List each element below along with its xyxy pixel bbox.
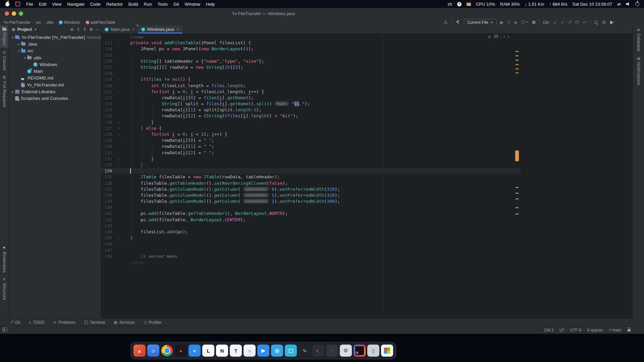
minimize-window-button[interactable] bbox=[12, 11, 16, 16]
menu-item-tools[interactable]: Tools bbox=[158, 2, 168, 7]
tool-window-button-git[interactable]: ʮGit bbox=[11, 320, 20, 325]
breadcrumb-item-addfilestable[interactable]: maddFilesTable bbox=[86, 20, 115, 25]
stripe-item-pull-requests[interactable]: ⇅Pull Requests bbox=[0, 73, 8, 110]
profiler-button[interactable] bbox=[521, 20, 525, 24]
dock-icon-app-l[interactable]: L bbox=[202, 345, 214, 357]
dock-icon-music[interactable]: ● bbox=[175, 345, 187, 357]
dock-icon-chrome[interactable] bbox=[161, 345, 173, 356]
stripe-item-notifications[interactable]: ◍Notifications bbox=[633, 54, 644, 87]
git-update-button[interactable]: ↙ bbox=[553, 20, 557, 24]
code-line-117[interactable]: 117 String[][] rowData = new String[15][… bbox=[101, 64, 521, 70]
dock-icon-intellij-idea[interactable]: IJ bbox=[354, 345, 366, 357]
tree-item--idea[interactable]: ▸.idea bbox=[9, 41, 101, 47]
usage-label[interactable]: 1 usage bbox=[130, 259, 144, 265]
tree-item-yv-filetransfer-yv-filetransfer-[interactable]: ▾Yv-FileTransfer [Yv_FileTransfer]/mnt/s… bbox=[9, 34, 101, 41]
tool-window-toggle-icon[interactable] bbox=[3, 327, 7, 332]
code-line-137[interactable]: 137 filesTable.getColumnModel().getColum… bbox=[101, 186, 521, 192]
net-up-indicator[interactable]: ↑ 684 B/s bbox=[549, 2, 567, 7]
tree-item-src[interactable]: ▾src bbox=[9, 48, 101, 54]
usage-label[interactable]: 1 usage bbox=[130, 34, 144, 40]
inspections-widget[interactable]: 20 ˄ ˅ bbox=[488, 34, 509, 39]
stripe-item-database[interactable]: ≋Database bbox=[633, 25, 644, 54]
gauge-icon[interactable] bbox=[457, 2, 462, 6]
git-history-button[interactable] bbox=[575, 20, 579, 24]
build-hammer-icon[interactable] bbox=[455, 20, 460, 25]
switch-arrows-icon[interactable]: ⇄ bbox=[617, 2, 621, 7]
dock-icon-notes[interactable]: ≡ bbox=[244, 345, 256, 357]
tab-windows-java[interactable]: CWindows.java× bbox=[138, 25, 182, 33]
code-line-123[interactable]: 123 String[] split = files[i].getName().… bbox=[101, 101, 521, 107]
code-with-me-icon[interactable] bbox=[443, 20, 448, 24]
code-line-113[interactable]: 113▿private void addFilesTable(JPanel fi… bbox=[101, 40, 521, 46]
fold-marker-icon[interactable]: ▿ bbox=[117, 125, 121, 131]
menu-item-edit[interactable]: Edit bbox=[39, 2, 46, 7]
net-down-indicator[interactable]: ↓ 1.51 K/s bbox=[525, 2, 544, 7]
code-line-116[interactable]: 116 String[] tableHeader = {"name","type… bbox=[101, 58, 521, 64]
code-line-146[interactable]: 146 bbox=[101, 241, 521, 247]
tree-item-windows[interactable]: CWindows bbox=[9, 61, 101, 68]
fold-marker-icon[interactable]: ▵ bbox=[117, 156, 121, 162]
status-line-ending[interactable]: LF bbox=[559, 328, 564, 333]
apple-menu-icon[interactable] bbox=[5, 2, 9, 6]
code-line-145[interactable]: 145▵} bbox=[101, 235, 521, 241]
code-line-147[interactable]: 147 bbox=[101, 247, 521, 253]
code-line-141[interactable]: 141 pc.add(filesTable.getTableHeader(), … bbox=[101, 210, 521, 217]
lock-icon[interactable] bbox=[628, 329, 631, 331]
power-icon[interactable] bbox=[635, 2, 639, 6]
dock-icon-notion[interactable]: N bbox=[216, 345, 228, 357]
dock-icon-typora[interactable]: T bbox=[230, 345, 242, 357]
menu-item-file[interactable]: File bbox=[26, 2, 33, 7]
dock-icon-terminal[interactable]: >_ bbox=[312, 345, 324, 357]
dock-icon-remote-desktop[interactable]: ▢ bbox=[285, 345, 297, 357]
code-line-125[interactable]: 125 rowData[i][2] = (String)(files[i].le… bbox=[101, 113, 521, 119]
code-line-138[interactable]: 138 filesTable.getColumnModel().getColum… bbox=[101, 192, 521, 198]
code-line-124[interactable]: 124 rowData[i][1] = split[split.length-1… bbox=[101, 107, 521, 113]
code-line-142[interactable]: 142 pc.add(filesTable, BorderLayout.CENT… bbox=[101, 217, 521, 223]
dock-icon-microsoft[interactable] bbox=[381, 345, 393, 357]
code-line-139[interactable]: 139 filesTable.getColumnModel().getColum… bbox=[101, 198, 521, 204]
status-git-branch[interactable]: ʮmain bbox=[609, 328, 621, 333]
code-line-133[interactable]: 133▵ } bbox=[101, 162, 521, 168]
code-line-121[interactable]: 121▿ for(int i = 0; i < filesList_length… bbox=[101, 89, 521, 95]
code-line-135[interactable]: 135 JTable filesTable = new JTable(rowDa… bbox=[101, 174, 521, 180]
menu-item-navigate[interactable]: Navigate bbox=[67, 2, 84, 7]
stripe-item-bookmarks[interactable]: ⚑Bookmarks bbox=[0, 244, 8, 275]
tool-window-button-todo[interactable]: ≡TODO bbox=[29, 320, 45, 325]
menu-item-build[interactable]: Build bbox=[128, 2, 138, 7]
code-line-128[interactable]: 128▿ for(int i = 0; i < 15; i++) { bbox=[101, 131, 521, 137]
run-configuration-select[interactable]: Current File ▼ bbox=[464, 19, 497, 26]
dock-icon-browser[interactable]: ◎ bbox=[271, 345, 283, 357]
dock-icon-launcher[interactable]: ▲ bbox=[133, 345, 146, 357]
code-line-144[interactable]: 144 filesList.add(pc); bbox=[101, 229, 521, 235]
code-line-122[interactable]: 122 rowData[i][0] = files[i].getName(); bbox=[101, 95, 521, 101]
code-line-114[interactable]: 114 JPanel pc = new JPanel(new BorderLay… bbox=[101, 46, 521, 52]
dock-icon-vscode[interactable]: < bbox=[189, 345, 201, 357]
menu-clock[interactable]: Sat Dec 10 23:56:07 bbox=[573, 2, 612, 7]
dock-icon-settings[interactable]: ⚙ bbox=[340, 345, 352, 357]
tool-window-button-terminal[interactable]: Terminal bbox=[84, 320, 105, 325]
code-line-148[interactable]: 148 // server menu bbox=[101, 253, 521, 259]
dock-icon-monitor[interactable]: ∿ bbox=[299, 345, 311, 357]
fold-marker-icon[interactable]: ▵ bbox=[117, 235, 121, 241]
menu-item-code[interactable]: Code bbox=[90, 2, 101, 7]
code-line-115[interactable]: 115 bbox=[101, 52, 521, 58]
code-line-132[interactable]: 132▵ } bbox=[101, 156, 521, 162]
tab-main-java[interactable]: CMain.java× bbox=[101, 25, 138, 33]
git-push-button[interactable]: ↗ bbox=[568, 20, 572, 24]
tree-chevron-icon[interactable]: ▸ bbox=[16, 42, 21, 46]
tool-window-button-services[interactable]: ▦Services bbox=[114, 320, 135, 325]
breadcrumb-item-src[interactable]: src bbox=[36, 20, 41, 25]
menu-item-run[interactable]: Run bbox=[144, 2, 152, 7]
menu-item-git[interactable]: Git bbox=[173, 2, 179, 7]
code-line-129[interactable]: 129 rowData[i][0] = " "; bbox=[101, 137, 521, 143]
tree-item-scratches-and-consoles[interactable]: Scratches and Consoles bbox=[9, 95, 101, 102]
coverage-button[interactable]: ◈ bbox=[514, 20, 518, 24]
breadcrumb-item-utils[interactable]: utils bbox=[46, 20, 53, 25]
tab-close-icon[interactable]: × bbox=[177, 27, 179, 32]
tree-item-yv-filetransfer-iml[interactable]: Yv_FileTransfer.iml bbox=[9, 81, 101, 88]
cpu-indicator[interactable]: CPU 10% bbox=[476, 2, 495, 7]
debug-button[interactable] bbox=[507, 20, 511, 24]
tab-close-icon[interactable]: × bbox=[132, 27, 135, 32]
stripe-item-structure[interactable]: ≡Structure bbox=[0, 275, 8, 302]
stop-button[interactable] bbox=[532, 21, 535, 24]
